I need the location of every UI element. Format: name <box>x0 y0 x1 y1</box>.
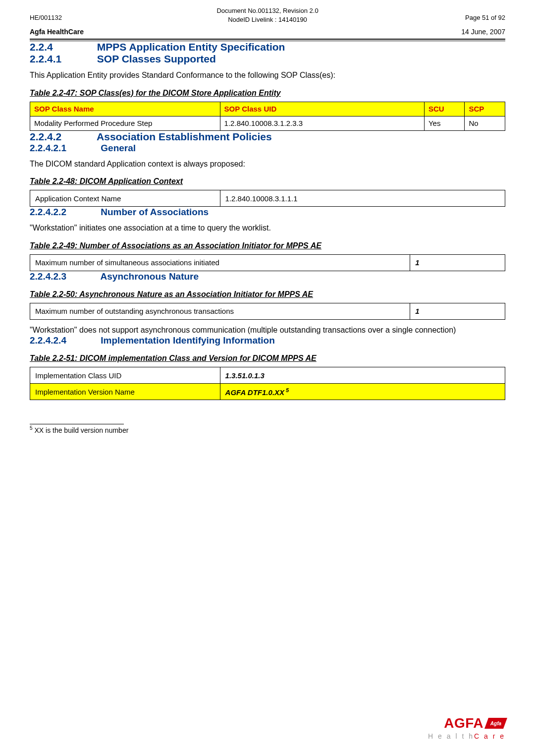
td-value: 1 <box>410 254 505 271</box>
heading-2-2-4-2-1: 2.2.4.2.1 General <box>30 143 505 154</box>
paragraph: This Application Entity provides Standar… <box>30 70 505 81</box>
footnote-text: XX is the build version number <box>33 426 129 434</box>
td-label: Application Context Name <box>30 190 220 207</box>
th-sop-class-uid: SOP Class UID <box>220 102 424 116</box>
table-caption-51: Table 2.2-51: DICOM implementation Class… <box>30 354 505 363</box>
paragraph: "Workstation" initiates one association … <box>30 223 505 233</box>
td-value: 1.2.840.10008.3.1.1.1 <box>220 190 505 207</box>
heading-title: Number of Associations <box>101 207 209 217</box>
paragraph: The DICOM standard Application context i… <box>30 159 505 170</box>
td-sop-class-name: Modality Performed Procedure Step <box>30 116 220 130</box>
heading-2-2-4-1: 2.2.4.1 SOP Classes Supported <box>30 53 505 65</box>
heading-num: 2.2.4.2.1 <box>30 143 98 154</box>
heading-2-2-4-2-2: 2.2.4.2.2 Number of Associations <box>30 207 505 218</box>
logo-text: AGFA <box>444 715 483 731</box>
footnote-marker: 5 <box>284 387 289 393</box>
td-value: 1.3.51.0.1.3 <box>220 367 505 384</box>
logo-subtitle: H e a l t hC a r e <box>428 732 505 740</box>
td-value-highlight: AGFA DTF1.0.XX 5 <box>220 384 505 400</box>
footnote: 5 XX is the build version number <box>30 425 505 434</box>
table-51: Implementation Class UID 1.3.51.0.1.3 Im… <box>30 367 505 400</box>
heading-title: Asynchronous Nature <box>101 271 199 282</box>
header-rule-heavy <box>30 39 505 40</box>
heading-num: 2.2.4.2.2 <box>30 207 98 218</box>
table-row: Modality Performed Procedure Step 1.2.84… <box>30 116 505 130</box>
paragraph: "Workstation" does not support asynchron… <box>30 325 505 336</box>
heading-num: 2.2.4.1 <box>30 53 94 65</box>
header-center: Document No.001132, Revision 2.0 NodeID … <box>30 6 505 24</box>
th-scu: SCU <box>424 102 465 116</box>
rhombus-icon: Agfa <box>484 718 507 729</box>
td-value: 1 <box>410 303 505 319</box>
table-row: Implementation Version Name AGFA DTF1.0.… <box>30 384 505 400</box>
td-label: Maximum number of simultaneous associati… <box>30 254 410 271</box>
footnote-rule <box>30 424 124 424</box>
td-label-highlight: Implementation Version Name <box>30 384 220 400</box>
table-caption-48: Table 2.2-48: DICOM Application Context <box>30 177 505 186</box>
td-scp: No <box>465 116 505 130</box>
heading-2-2-4-2: 2.2.4.2 Association Establishment Polici… <box>30 131 505 143</box>
table-row: Maximum number of simultaneous associati… <box>30 254 505 271</box>
doc-number: Document No.001132, Revision 2.0 <box>216 7 318 14</box>
footer: AGFA Agfa H e a l t hC a r e <box>30 715 505 740</box>
rhombus-inner-text: Agfa <box>490 721 501 726</box>
logo-sub-1: H e a l t h <box>428 732 474 740</box>
table-47: SOP Class Name SOP Class UID SCU SCP Mod… <box>30 102 505 131</box>
td-label: Implementation Class UID <box>30 367 220 384</box>
header-second-row: Agfa HealthCare 14 June, 2007 <box>30 28 505 36</box>
heading-title: SOP Classes Supported <box>97 53 216 64</box>
td-scu: Yes <box>424 116 465 130</box>
logo-main: AGFA Agfa <box>428 715 505 731</box>
heading-title: Implementation Identifying Information <box>101 335 275 346</box>
table-row: SOP Class Name SOP Class UID SCU SCP <box>30 102 505 116</box>
value-text: AGFA DTF1.0.XX <box>225 388 284 397</box>
heading-2-2-4: 2.2.4 MPPS Application Entity Specificat… <box>30 41 505 53</box>
heading-title: MPPS Application Entity Specification <box>97 41 285 53</box>
table-row: Application Context Name 1.2.840.10008.3… <box>30 190 505 207</box>
agfa-logo: AGFA Agfa H e a l t hC a r e <box>428 715 505 740</box>
heading-2-2-4-2-3: 2.2.4.2.3 Asynchronous Nature <box>30 271 505 282</box>
heading-num: 2.2.4 <box>30 41 94 53</box>
heading-title: Association Establishment Policies <box>97 131 272 142</box>
logo-sub-2: C a r e <box>474 732 505 740</box>
heading-2-2-4-2-4: 2.2.4.2.4 Implementation Identifying Inf… <box>30 335 505 346</box>
table-50: Maximum number of outstanding asynchrono… <box>30 303 505 320</box>
td-label: Maximum number of outstanding asynchrono… <box>30 303 410 319</box>
th-sop-class-name: SOP Class Name <box>30 102 220 116</box>
th-scp: SCP <box>465 102 505 116</box>
table-row: Implementation Class UID 1.3.51.0.1.3 <box>30 367 505 384</box>
table-48: Application Context Name 1.2.840.10008.3… <box>30 190 505 207</box>
table-caption-50: Table 2.2-50: Asynchronous Nature as an … <box>30 290 505 299</box>
table-caption-49: Table 2.2-49: Number of Associations as … <box>30 241 505 250</box>
heading-num: 2.2.4.2.3 <box>30 271 98 282</box>
node-id: NodeID Livelink : 14140190 <box>228 16 307 23</box>
table-row: Maximum number of outstanding asynchrono… <box>30 303 505 319</box>
doc-date: 14 June, 2007 <box>461 28 505 36</box>
heading-title: General <box>101 143 136 153</box>
content: 2.2.4 MPPS Application Entity Specificat… <box>30 41 505 715</box>
table-caption-47: Table 2.2-47: SOP Class(es) for the DICO… <box>30 89 505 98</box>
company-name: Agfa HealthCare <box>30 28 84 36</box>
td-sop-class-uid: 1.2.840.10008.3.1.2.3.3 <box>220 116 424 130</box>
heading-num: 2.2.4.2 <box>30 131 94 143</box>
table-49: Maximum number of simultaneous associati… <box>30 254 505 271</box>
heading-num: 2.2.4.2.4 <box>30 335 98 346</box>
